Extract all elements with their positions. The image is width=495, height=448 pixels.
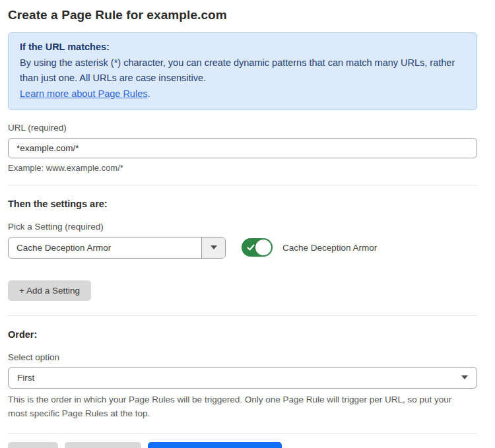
- save-and-deploy-button[interactable]: Save and Deploy Page Rule: [148, 442, 282, 448]
- order-select-label: Select option: [8, 352, 477, 362]
- info-box-heading: If the URL matches:: [20, 40, 465, 55]
- check-icon: [247, 243, 255, 251]
- settings-section-heading: Then the settings are:: [8, 199, 477, 209]
- chevron-down-icon: [211, 245, 217, 249]
- order-description: This is the order in which your Page Rul…: [8, 393, 473, 421]
- cancel-button[interactable]: Cancel: [8, 442, 58, 448]
- learn-more-link[interactable]: Learn more about Page Rules: [20, 88, 147, 99]
- divider: [8, 433, 477, 433]
- order-section-heading: Order:: [8, 329, 477, 340]
- url-input[interactable]: [8, 138, 477, 158]
- toggle-knob: [255, 240, 271, 255]
- divider: [8, 185, 477, 185]
- setting-select[interactable]: Cache Deception Armor: [8, 237, 226, 259]
- setting-toggle-group: Cache Deception Armor: [242, 238, 377, 257]
- toggle-setting-label: Cache Deception Armor: [282, 243, 377, 253]
- url-match-info-box: If the URL matches: By using the asteris…: [8, 32, 477, 110]
- footer-actions: Cancel Save as Draft Save and Deploy Pag…: [8, 442, 477, 448]
- url-field-label: URL (required): [8, 123, 477, 133]
- page-title: Create a Page Rule for example.com: [8, 8, 477, 22]
- create-page-rule-form: Create a Page Rule for example.com If th…: [0, 0, 495, 448]
- info-box-body: By using the asterisk (*) character, you…: [20, 55, 465, 86]
- pick-setting-label: Pick a Setting (required): [8, 222, 477, 232]
- setting-select-value: Cache Deception Armor: [9, 238, 201, 258]
- link-suffix: .: [147, 88, 150, 99]
- save-as-draft-button[interactable]: Save as Draft: [65, 442, 141, 448]
- order-select-value: First: [17, 373, 34, 383]
- cache-deception-armor-toggle[interactable]: [242, 238, 273, 257]
- setting-row: Cache Deception Armor Cache Deception Ar…: [8, 237, 477, 259]
- chevron-down-icon: [461, 375, 468, 379]
- setting-select-arrow-button[interactable]: [201, 238, 225, 258]
- url-example-hint: Example: www.example.com/*: [8, 163, 477, 173]
- order-select[interactable]: First: [8, 367, 477, 389]
- divider: [8, 315, 477, 316]
- add-setting-button[interactable]: + Add a Setting: [8, 280, 91, 301]
- info-box-link-line: Learn more about Page Rules.: [20, 86, 465, 102]
